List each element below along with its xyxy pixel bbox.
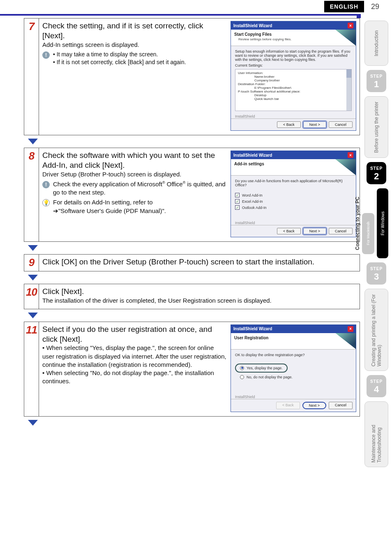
- radio-empty-icon: [240, 375, 244, 379]
- down-arrow-icon: [28, 139, 38, 144]
- close-icon: ×: [348, 152, 353, 158]
- step-number: 7: [24, 19, 39, 135]
- header-divider: [0, 14, 361, 16]
- step-8-card: 8 Check the software with which you want…: [24, 148, 360, 242]
- step-badge-2[interactable]: STEP2: [367, 162, 386, 184]
- step-11-bullet-2: • When selecting "No, do not display the…: [42, 369, 226, 386]
- nav-tab-maintenance[interactable]: Maintenance and Troubleshooting: [364, 401, 388, 467]
- step-7-subtitle: Add-In settings screen is displayed.: [42, 41, 226, 49]
- next-button: Next >: [303, 121, 326, 128]
- next-button: Next >: [303, 228, 326, 234]
- content-column: 7 Check the setting, and if it is set co…: [0, 18, 361, 429]
- wiz7-heading: Start Copying Files: [234, 32, 353, 37]
- down-arrow-icon: [28, 313, 38, 318]
- language-label: ENGLISH: [324, 1, 364, 12]
- info-icon: !: [42, 181, 50, 188]
- radio-yes-box: Yes, display the page.: [235, 364, 288, 373]
- step-7-note-2: • If it is not set correctly, click [Bac…: [53, 58, 186, 66]
- step-number: 8: [24, 148, 39, 241]
- nav-for-windows: For Windows: [380, 211, 385, 235]
- addin-outlook-checkbox: ✓Outlook Add-In: [235, 205, 352, 210]
- step-11-card: 11 Select if you do the user registratio…: [24, 322, 360, 417]
- wizard-screenshot-copy-files: InstallShield Wizard× Start Copying File…: [231, 21, 356, 131]
- wiz7-shortcut-label: P-touch Software shortcut additional pla…: [238, 90, 349, 93]
- back-button: < Back: [276, 402, 300, 409]
- step-badge-3[interactable]: STEP3: [367, 262, 386, 285]
- page-number: 29: [364, 2, 386, 11]
- down-arrow-icon: [28, 420, 38, 426]
- wiz7-name: Name:brother: [254, 75, 349, 79]
- bulb-icon: 💡: [42, 199, 50, 206]
- step-7-notes: • It may take a time to display the scre…: [53, 51, 186, 66]
- step-badge-1[interactable]: STEP1: [367, 70, 386, 92]
- back-button: < Back: [277, 121, 301, 128]
- wiz11-heading: User Registration: [234, 336, 353, 340]
- step-11-title: Select if you do the user registration a…: [42, 324, 226, 344]
- step-badge-4[interactable]: STEP4: [367, 375, 386, 397]
- nav-tab-connecting[interactable]: For Windows For Macintosh Connecting to …: [364, 188, 388, 258]
- wizard-screenshot-registration: InstallShield Wizard× User Registration …: [231, 324, 356, 412]
- down-arrow-icon: [28, 275, 38, 280]
- top-header: ENGLISH 29: [0, 0, 392, 13]
- wiz7-subheading: Review settings before copying files.: [238, 37, 353, 41]
- addin-excel-checkbox: ✓Excel Add-In: [235, 199, 352, 204]
- step-11-bullet-1: • When selecting "Yes, display the page.…: [42, 344, 226, 369]
- step-number: 10: [24, 284, 39, 309]
- wiz11-title: InstallShield Wizard: [233, 327, 272, 331]
- close-icon: ×: [348, 23, 353, 28]
- addin-word-checkbox: ✓Word Add-In: [235, 193, 352, 197]
- wiz7-company: Company:brother: [254, 79, 349, 82]
- wiz8-heading: Add-in settings: [234, 162, 353, 166]
- step-8-title: Check the software with which you want t…: [42, 151, 226, 170]
- wiz11-desc: OK to display the online registration pa…: [235, 353, 352, 357]
- step-10-subtitle: The installation of the driver is comple…: [42, 297, 356, 305]
- wiz7-dest-value: E:\Program Files\Brother\: [254, 86, 349, 90]
- wiz8-desc: Do you use Add-in functions from each ap…: [235, 179, 352, 187]
- wiz7-current: Current Settings:: [235, 63, 352, 67]
- step-10-title: Click [Next].: [42, 287, 356, 297]
- wiz-header-art: [335, 333, 356, 349]
- step-7-title: Check the setting, and if it is set corr…: [42, 21, 226, 41]
- back-button: < Back: [277, 228, 301, 234]
- step-8-note-1: Check the every application of Microsoft…: [53, 180, 226, 197]
- step-number: 11: [24, 322, 39, 416]
- nav-column: Introduction STEP1 Before using the prin…: [361, 18, 392, 467]
- nav-tab-before-using[interactable]: Before using the printer: [364, 96, 388, 158]
- step-8-note-2: For details on Add-In setting, refer to …: [53, 198, 166, 215]
- scrollbar-thumb: [346, 70, 351, 78]
- wiz7-shortcut-quicklaunch: Quick launch bar: [254, 97, 349, 101]
- close-icon: ×: [348, 326, 353, 332]
- step-number: 9: [24, 255, 39, 271]
- step-7-note-1: • It may take a time to display the scre…: [53, 51, 186, 58]
- wiz8-brand: InstallShield: [231, 221, 356, 225]
- nav-for-mac: For Macintosh: [366, 222, 370, 245]
- down-arrow-icon: [28, 245, 38, 251]
- wiz7-dest-label: Destination Folder:: [238, 82, 349, 86]
- cancel-button: Cancel: [329, 402, 353, 409]
- cancel-button: Cancel: [329, 121, 353, 128]
- step-9-card: 9 Click [OK] on the Driver Setup (Brothe…: [24, 254, 360, 271]
- wiz7-userinfo-label: User Information:: [238, 71, 349, 75]
- wiz7-settings-box: User Information: Name:brother Company:b…: [235, 69, 352, 111]
- wiz7-title: InstallShield Wizard: [233, 23, 272, 28]
- nav-tab-printing[interactable]: Creating and printing a label (For Windo…: [364, 289, 388, 371]
- wiz7-desc: Setup has enough information to start co…: [235, 49, 352, 62]
- nav-connecting-title: Connecting to your PC: [355, 197, 360, 250]
- wiz8-title: InstallShield Wizard: [233, 153, 272, 158]
- wiz7-brand: InstallShield: [231, 114, 356, 118]
- wizard-screenshot-addin: InstallShield Wizard× Add-in settings Do…: [231, 151, 356, 237]
- step-8-subtitle: Driver Setup (Brother P-touch) screen is…: [42, 170, 226, 178]
- cancel-button: Cancel: [329, 228, 353, 234]
- nav-tab-introduction[interactable]: Introduction: [364, 21, 388, 66]
- step-7-card: 7 Check the setting, and if it is set co…: [24, 18, 360, 135]
- step-10-card: 10 Click [Next]. The installation of the…: [24, 284, 360, 309]
- info-icon: !: [42, 51, 50, 59]
- wiz11-brand: InstallShield: [231, 395, 356, 399]
- radio-no-row: No, do not display the page.: [240, 375, 352, 379]
- step-9-text: Click [OK] on the Driver Setup (Brother …: [42, 257, 356, 267]
- next-button: Next >: [302, 402, 326, 409]
- wiz7-shortcut-desktop: Desktop: [254, 93, 349, 97]
- radio-filled-icon: [240, 366, 244, 370]
